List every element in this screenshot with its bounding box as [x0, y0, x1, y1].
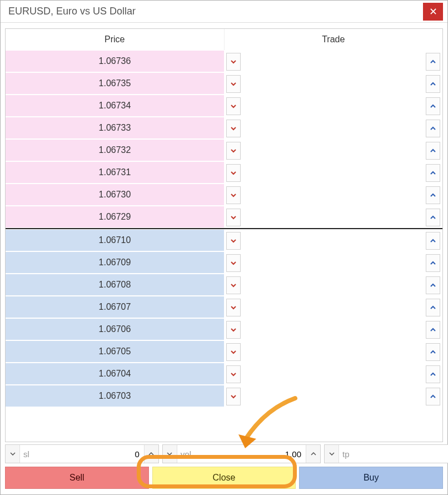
- tp-decrease-button[interactable]: [325, 445, 339, 463]
- dom-rows: 1.067361.067351.067341.067331.067321.067…: [5, 50, 443, 442]
- sl-input[interactable]: [29, 445, 144, 463]
- chevron-down-icon: [230, 126, 237, 131]
- table-row: 1.06708: [6, 274, 442, 296]
- price-cell: 1.06704: [6, 363, 224, 385]
- price-sell-button[interactable]: [226, 388, 241, 405]
- chevron-down-icon: [10, 452, 16, 456]
- vol-increase-button[interactable]: [306, 445, 320, 463]
- price-buy-button[interactable]: [426, 75, 440, 93]
- footer: sl vol tp: [1, 442, 447, 494]
- window-close-button[interactable]: [423, 3, 443, 21]
- price-sell-button[interactable]: [226, 142, 241, 160]
- table-row: 1.06736: [6, 50, 442, 72]
- price-buy-button[interactable]: [426, 120, 440, 137]
- chevron-up-icon: [430, 104, 436, 108]
- price-sell-button[interactable]: [226, 53, 241, 71]
- chevron-up-icon: [430, 283, 436, 288]
- trade-cell: [224, 184, 442, 206]
- price-cell: 1.06708: [6, 274, 224, 296]
- price-sell-button[interactable]: [226, 164, 241, 182]
- chevron-down-icon: [230, 104, 237, 108]
- trade-cell: [224, 319, 442, 340]
- price-buy-button[interactable]: [426, 254, 440, 272]
- chevron-up-icon: [311, 452, 316, 456]
- chevron-up-icon: [430, 305, 436, 310]
- price-sell-button[interactable]: [226, 120, 241, 137]
- price-sell-button[interactable]: [226, 75, 241, 93]
- tp-spinner: tp: [324, 444, 448, 463]
- trade-cell: [224, 363, 442, 385]
- sl-increase-button[interactable]: [144, 445, 158, 463]
- window-title: EURUSD, Euro vs US Dollar: [5, 6, 423, 17]
- price-sell-button[interactable]: [226, 276, 241, 294]
- vol-spinner: vol: [162, 444, 321, 463]
- buy-button[interactable]: Buy: [299, 467, 443, 489]
- price-sell-button[interactable]: [226, 97, 241, 115]
- price-sell-button[interactable]: [226, 254, 241, 272]
- price-buy-button[interactable]: [426, 365, 440, 383]
- price-buy-button[interactable]: [426, 53, 440, 71]
- close-position-button[interactable]: Close: [152, 467, 296, 489]
- price-buy-button[interactable]: [426, 343, 440, 361]
- price-cell: 1.06736: [6, 51, 224, 72]
- vol-input[interactable]: [191, 445, 306, 463]
- chevron-down-icon: [230, 193, 237, 197]
- table-row: 1.06710: [6, 229, 442, 251]
- sl-placeholder: sl: [20, 449, 29, 459]
- price-buy-button[interactable]: [426, 276, 440, 294]
- table-row: 1.06707: [6, 296, 442, 318]
- chevron-up-icon: [430, 350, 436, 354]
- price-sell-button[interactable]: [226, 321, 241, 339]
- price-buy-button[interactable]: [426, 97, 440, 115]
- chevron-down-icon: [230, 215, 237, 220]
- table-row: 1.06733: [6, 117, 442, 139]
- price-buy-button[interactable]: [426, 164, 440, 182]
- price-cell: 1.06705: [6, 341, 224, 363]
- chevron-down-icon: [230, 239, 237, 243]
- chevron-up-icon: [430, 261, 436, 265]
- trade-cell: [224, 95, 442, 117]
- price-sell-button[interactable]: [226, 186, 241, 204]
- chevron-down-icon: [167, 452, 172, 456]
- trade-cell: [224, 206, 442, 228]
- chevron-down-icon: [230, 283, 237, 288]
- trade-cell: [224, 252, 442, 274]
- price-cell: 1.06732: [6, 140, 224, 161]
- dom-trade-window: EURUSD, Euro vs US Dollar Price Trade 1.…: [0, 0, 448, 495]
- price-buy-button[interactable]: [426, 388, 440, 405]
- header-price: Price: [6, 29, 225, 50]
- chevron-up-icon: [430, 126, 436, 131]
- price-cell: 1.06730: [6, 184, 224, 206]
- sl-decrease-button[interactable]: [6, 445, 20, 463]
- chevron-up-icon: [430, 193, 436, 197]
- price-buy-button[interactable]: [426, 299, 440, 316]
- table-row: 1.06734: [6, 95, 442, 117]
- vol-decrease-button[interactable]: [163, 445, 177, 463]
- price-buy-button[interactable]: [426, 232, 440, 250]
- price-sell-button[interactable]: [226, 343, 241, 361]
- price-sell-button[interactable]: [226, 232, 241, 250]
- titlebar: EURUSD, Euro vs US Dollar: [1, 1, 447, 23]
- chevron-up-icon: [148, 452, 154, 456]
- table-row: 1.06709: [6, 251, 442, 274]
- price-sell-button[interactable]: [226, 209, 241, 226]
- price-sell-button[interactable]: [226, 365, 241, 383]
- trade-cell: [224, 230, 442, 251]
- table-row: 1.06704: [6, 363, 442, 385]
- sl-spinner: sl: [5, 444, 159, 463]
- tp-placeholder: tp: [339, 449, 350, 459]
- chevron-down-icon: [230, 148, 237, 153]
- chevron-up-icon: [430, 328, 436, 332]
- chevron-up-icon: [430, 239, 436, 243]
- chevron-up-icon: [430, 372, 436, 377]
- sell-button[interactable]: Sell: [5, 467, 149, 489]
- vol-placeholder: vol: [177, 449, 191, 459]
- price-buy-button[interactable]: [426, 186, 440, 204]
- price-buy-button[interactable]: [426, 209, 440, 226]
- tp-input[interactable]: [350, 445, 448, 463]
- price-buy-button[interactable]: [426, 321, 440, 339]
- inputs-row: sl vol tp: [5, 444, 443, 463]
- price-sell-button[interactable]: [226, 299, 241, 316]
- dom-panel: Price Trade 1.067361.067351.067341.06733…: [1, 23, 447, 442]
- price-buy-button[interactable]: [426, 142, 440, 160]
